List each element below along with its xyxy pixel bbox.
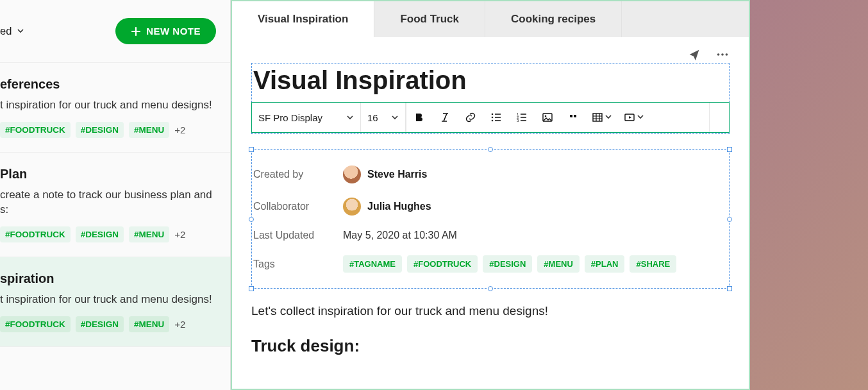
meta-created-by: Steve Harris xyxy=(367,169,427,180)
plus-icon xyxy=(131,26,141,37)
note-title: Plan xyxy=(0,167,217,182)
numbered-list-button[interactable]: 123 xyxy=(509,103,535,132)
body-heading[interactable]: Truck design: xyxy=(251,336,730,356)
sort-dropdown[interactable]: ed xyxy=(0,25,24,37)
note-snippet: create a note to track our business plan… xyxy=(0,188,217,217)
tag[interactable]: #FOODTRUCK xyxy=(0,316,71,332)
page-title[interactable]: Visual Inspiration xyxy=(252,64,729,95)
tag[interactable]: #DESIGN xyxy=(76,122,124,138)
svg-text:3: 3 xyxy=(517,119,519,123)
tag[interactable]: #FOODTRUCK xyxy=(0,122,71,138)
new-note-button[interactable]: NEW NOTE xyxy=(115,18,216,44)
italic-button[interactable] xyxy=(432,103,458,132)
svg-point-5 xyxy=(492,120,494,122)
tag[interactable]: #DESIGN xyxy=(76,316,124,332)
tag[interactable]: #DESIGN xyxy=(483,255,532,273)
svg-rect-11 xyxy=(593,114,602,121)
chevron-down-icon xyxy=(17,25,24,37)
tab-visual-inspiration[interactable]: Visual Inspiration xyxy=(232,1,374,37)
quote-button[interactable] xyxy=(560,103,586,132)
meta-updated-label: Last Updated xyxy=(253,230,343,241)
table-button[interactable] xyxy=(586,103,618,132)
font-size: 16 xyxy=(367,112,378,123)
tag[interactable]: #FOODTRUCK xyxy=(407,255,478,273)
note-tags: #FOODTRUCK #DESIGN #MENU +2 xyxy=(0,226,217,242)
tag[interactable]: #MENU xyxy=(537,255,580,273)
svg-point-2 xyxy=(726,53,728,56)
chevron-down-icon xyxy=(605,112,612,123)
avatar xyxy=(343,165,361,183)
tag[interactable]: #PLAN xyxy=(585,255,625,273)
body-text[interactable]: Let's collect inspiration for our truck … xyxy=(251,304,730,318)
tag-more: +2 xyxy=(174,229,185,240)
sidebar: ed NEW NOTE eferences t inspiration for … xyxy=(0,0,231,390)
meta-collab-label: Collaborator xyxy=(253,201,343,212)
tag[interactable]: #MENU xyxy=(129,122,169,138)
meta-tags-label: Tags xyxy=(253,259,343,270)
note-card[interactable]: eferences t inspiration for our truck an… xyxy=(0,63,230,153)
meta-selection-frame[interactable]: Created by Steve Harris Collaborator Jul… xyxy=(251,149,730,289)
meta-tags: #TAGNAME #FOODTRUCK #DESIGN #MENU #PLAN … xyxy=(343,255,676,273)
avatar xyxy=(343,198,361,216)
tab-cooking-recipes[interactable]: Cooking recipes xyxy=(485,1,622,37)
svg-point-10 xyxy=(545,115,547,117)
note-snippet: t inspiration for our truck and menu des… xyxy=(0,292,217,307)
note-tags: #FOODTRUCK #DESIGN #MENU +2 xyxy=(0,122,217,138)
note-snippet: t inspiration for our truck and menu des… xyxy=(0,98,217,113)
tag-more: +2 xyxy=(174,124,185,135)
note-title: eferences xyxy=(0,77,217,92)
chevron-down-icon xyxy=(637,112,644,123)
sort-label: ed xyxy=(0,25,12,37)
svg-point-0 xyxy=(717,53,720,56)
share-icon[interactable] xyxy=(687,47,701,65)
editor: Visual Inspiration SF Pro Display 16 123 xyxy=(232,37,749,389)
main-panel: Visual Inspiration Food Truck Cooking re… xyxy=(231,0,750,390)
meta-created-label: Created by xyxy=(253,169,343,180)
chevron-down-icon xyxy=(391,112,399,123)
tag-more: +2 xyxy=(174,319,185,330)
tag[interactable]: #FOODTRUCK xyxy=(0,226,71,242)
bullet-list-button[interactable] xyxy=(483,103,509,132)
note-card-selected[interactable]: spiration t inspiration for our truck an… xyxy=(0,257,230,347)
meta-collaborator: Julia Hughes xyxy=(367,201,431,212)
tag[interactable]: #MENU xyxy=(129,226,169,242)
new-note-label: NEW NOTE xyxy=(146,26,201,37)
tag[interactable]: #SHARE xyxy=(630,255,676,273)
format-toolbar: SF Pro Display 16 123 xyxy=(251,102,730,133)
tag[interactable]: #MENU xyxy=(129,316,169,332)
note-tags: #FOODTRUCK #DESIGN #MENU +2 xyxy=(0,316,217,332)
svg-point-1 xyxy=(721,53,724,56)
note-title: spiration xyxy=(0,271,217,286)
tab-food-truck[interactable]: Food Truck xyxy=(374,1,485,37)
video-button[interactable] xyxy=(618,103,650,132)
more-icon[interactable] xyxy=(715,47,730,65)
chevron-down-icon xyxy=(346,112,354,123)
font-select[interactable]: SF Pro Display xyxy=(252,103,361,132)
svg-point-3 xyxy=(492,114,494,115)
svg-point-4 xyxy=(492,117,494,119)
bold-button[interactable] xyxy=(406,103,432,132)
tabbar: Visual Inspiration Food Truck Cooking re… xyxy=(232,1,749,37)
link-button[interactable] xyxy=(458,103,483,132)
font-size-select[interactable]: 16 xyxy=(361,103,406,132)
meta-updated: May 5, 2020 at 10:30 AM xyxy=(343,230,457,241)
tag[interactable]: #TAGNAME xyxy=(343,255,402,273)
image-button[interactable] xyxy=(535,103,560,132)
tag[interactable]: #DESIGN xyxy=(76,226,124,242)
note-card[interactable]: Plan create a note to track our business… xyxy=(0,153,230,257)
font-name: SF Pro Display xyxy=(258,112,322,123)
